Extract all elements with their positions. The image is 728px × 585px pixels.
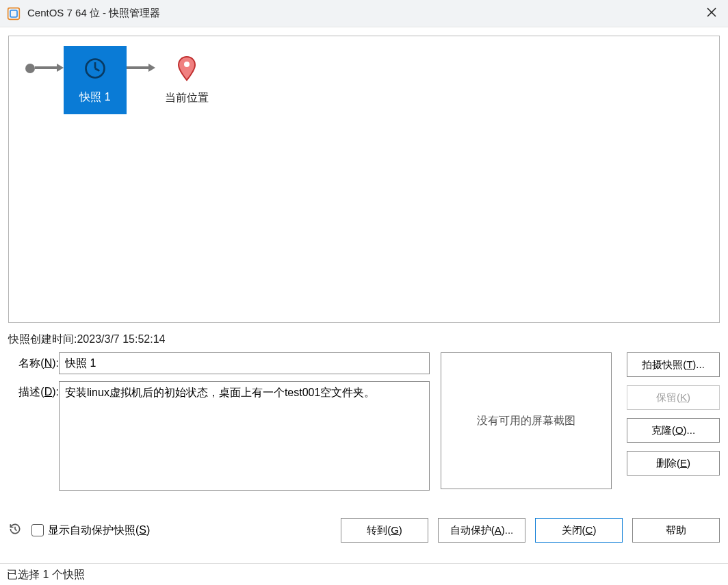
clock-icon	[83, 56, 107, 83]
clone-button[interactable]: 克隆(O)...	[627, 418, 720, 443]
svg-point-7	[184, 62, 190, 67]
snapshot-node-label: 快照 1	[79, 90, 110, 105]
status-bar: 已选择 1 个快照	[0, 563, 728, 585]
window-title: CentOS 7 64 位 - 快照管理器	[27, 7, 702, 20]
take-snapshot-button[interactable]: 拍摄快照(T)...	[627, 352, 720, 377]
show-auto-protect-label: 显示自动保护快照(S)	[48, 523, 150, 538]
keep-button: 保留(K)	[627, 385, 720, 410]
arrow-icon	[35, 64, 64, 72]
vmware-icon	[7, 7, 21, 21]
current-location-node[interactable]: 当前位置	[155, 46, 218, 114]
show-auto-protect-checkbox[interactable]: 显示自动保护快照(S)	[31, 523, 150, 538]
snapshot-info: 快照创建时间:2023/3/7 15:52:14 名称(N): 描述(D): 没…	[8, 330, 720, 497]
status-text: 已选择 1 个快照	[7, 569, 85, 580]
name-label: 名称(N):	[8, 352, 59, 371]
close-icon	[706, 7, 717, 21]
svg-line-9	[15, 530, 17, 531]
titlebar: CentOS 7 64 位 - 快照管理器	[0, 0, 728, 27]
snapshot-tree[interactable]: 快照 1 当前位置	[8, 36, 720, 323]
location-pin-icon	[177, 55, 196, 84]
current-location-label: 当前位置	[165, 91, 209, 105]
snapshot-name-input[interactable]	[59, 352, 430, 374]
close-button[interactable]: 关闭(C)	[535, 518, 623, 543]
root-node-icon	[25, 64, 35, 73]
creation-time-label: 快照创建时间:2023/3/7 15:52:14	[8, 330, 720, 352]
dialog-body: 快照 1 当前位置 快照创建时间:2023/3/7 15:52:14 名称(N)…	[0, 27, 728, 563]
thumbnail-placeholder-text: 没有可用的屏幕截图	[477, 414, 575, 428]
help-button[interactable]: 帮助	[632, 518, 720, 543]
checkbox-box-icon	[31, 524, 44, 536]
svg-rect-1	[10, 10, 17, 17]
snapshot-description-input[interactable]	[59, 381, 430, 491]
snapshot-graph: 快照 1 当前位置	[25, 46, 703, 114]
arrow-icon	[127, 64, 155, 72]
close-window-button[interactable]	[702, 4, 721, 23]
auto-protect-button[interactable]: 自动保护(A)...	[438, 518, 525, 543]
svg-line-6	[95, 68, 99, 71]
goto-button[interactable]: 转到(G)	[341, 518, 428, 543]
delete-button[interactable]: 删除(E)	[627, 451, 720, 476]
screenshot-thumbnail: 没有可用的屏幕截图	[441, 352, 612, 489]
snapshot-node-1[interactable]: 快照 1	[64, 46, 127, 114]
bottom-bar: 显示自动保护快照(S) 转到(G) 自动保护(A)... 关闭(C) 帮助	[8, 518, 720, 543]
history-icon	[8, 522, 22, 538]
description-label: 描述(D):	[8, 381, 59, 400]
